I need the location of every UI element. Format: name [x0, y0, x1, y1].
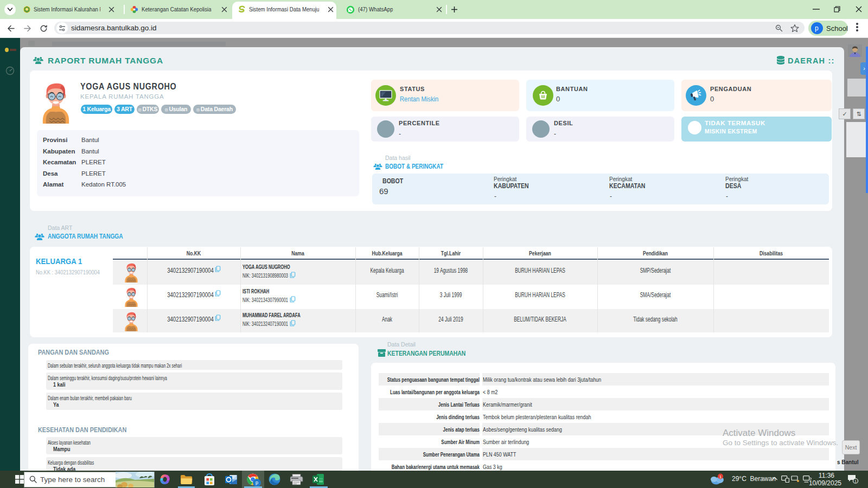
svg-text:1: 1 — [854, 479, 857, 483]
svg-text:1: 1 — [719, 474, 722, 479]
